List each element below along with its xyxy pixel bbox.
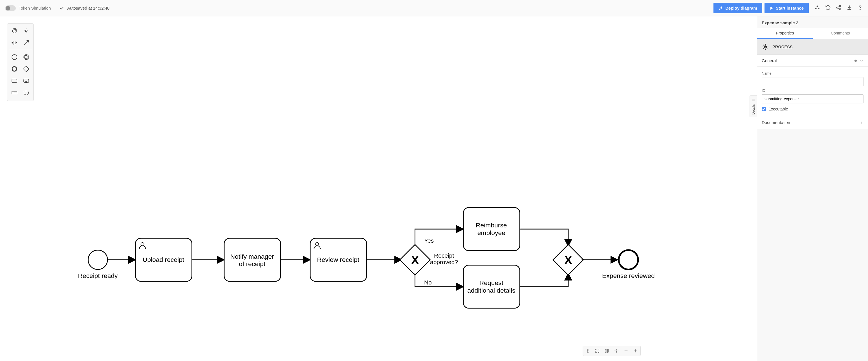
- svg-point-9: [860, 9, 860, 9]
- svg-point-2: [815, 8, 817, 9]
- svg-point-5: [837, 7, 838, 8]
- svg-line-8: [838, 8, 839, 9]
- cluster-icon[interactable]: [814, 5, 820, 11]
- end-event[interactable]: [619, 250, 638, 270]
- token-sim-label: Token Simulation: [19, 6, 51, 10]
- history-icon[interactable]: [825, 5, 831, 11]
- start-instance-button[interactable]: Start instance: [765, 3, 809, 13]
- check-icon: [59, 6, 64, 11]
- properties-panel: Expense sample 2 Properties Comments PRO…: [757, 17, 868, 361]
- zoom-out-button[interactable]: [623, 348, 629, 354]
- documentation-group-header[interactable]: Documentation: [757, 116, 868, 129]
- reset-view-button[interactable]: [585, 348, 591, 354]
- share-icon[interactable]: [836, 5, 841, 11]
- process-section-title: PROCESS: [772, 45, 793, 49]
- flow-yes-label: Yes: [424, 237, 434, 244]
- minimap-button[interactable]: [604, 348, 610, 354]
- executable-checkbox[interactable]: [762, 107, 766, 111]
- flow-no-label: No: [424, 279, 432, 285]
- name-field-label: Name: [762, 71, 864, 76]
- svg-line-7: [838, 6, 839, 7]
- header-icon-group: [814, 5, 863, 11]
- start-event-label: Receipt ready: [78, 272, 118, 279]
- process-icon: [762, 43, 769, 51]
- gateway-split[interactable]: X: [400, 245, 430, 275]
- tab-properties[interactable]: Properties: [757, 28, 813, 39]
- fullscreen-button[interactable]: [594, 348, 600, 354]
- main-area: Receipt ready Upload receipt Notify mana…: [0, 17, 868, 361]
- end-event-label: Expense reviewed: [602, 272, 655, 279]
- documentation-title: Documentation: [762, 120, 860, 125]
- zoom-controls: [583, 346, 641, 356]
- gateway-label-l1: Receipt: [434, 252, 454, 259]
- process-section-header: PROCESS: [757, 39, 868, 55]
- token-sim-toggle[interactable]: [5, 5, 16, 11]
- panel-tabs: Properties Comments: [757, 28, 868, 39]
- bpmn-diagram[interactable]: Receipt ready Upload receipt Notify mana…: [0, 17, 757, 361]
- task-reimburse-l2: employee: [477, 229, 505, 237]
- start-event[interactable]: [88, 250, 108, 270]
- token-sim-toggle-wrap: Token Simulation: [5, 5, 51, 11]
- svg-marker-0: [770, 6, 773, 9]
- svg-point-28: [587, 350, 589, 351]
- task-upload-label: Upload receipt: [143, 256, 184, 263]
- task-reimburse-l1: Reimburse: [476, 221, 507, 229]
- collapse-label: Details: [751, 104, 755, 115]
- task-notify-l2: of receipt: [239, 260, 266, 268]
- gateway-merge[interactable]: X: [553, 245, 584, 275]
- id-field-label: ID: [762, 88, 864, 93]
- task-request-l2: additional details: [467, 287, 515, 294]
- svg-text:X: X: [564, 253, 572, 267]
- executable-row: Executable: [762, 107, 864, 111]
- flow-request-merge[interactable]: [520, 273, 568, 287]
- menu-icon: [751, 98, 755, 102]
- deploy-button-label: Deploy diagram: [725, 6, 757, 10]
- general-group: General Name ID Executable: [757, 55, 868, 116]
- svg-text:X: X: [411, 253, 419, 267]
- task-notify-l1: Notify manager: [230, 253, 274, 260]
- task-review-label: Review receipt: [317, 256, 360, 263]
- svg-point-3: [818, 8, 819, 9]
- deploy-button[interactable]: Deploy diagram: [713, 3, 762, 13]
- center-button[interactable]: [613, 348, 620, 354]
- general-group-header[interactable]: General: [757, 55, 868, 67]
- rocket-icon: [718, 6, 723, 10]
- flow-yes[interactable]: [415, 229, 464, 246]
- chevron-down-icon: [860, 59, 864, 63]
- play-icon: [770, 6, 774, 10]
- svg-point-1: [817, 6, 818, 7]
- help-icon[interactable]: [857, 5, 863, 11]
- general-group-body: Name ID Executable: [757, 67, 868, 116]
- svg-point-4: [839, 5, 841, 7]
- id-field[interactable]: [762, 94, 864, 103]
- executable-label: Executable: [769, 107, 788, 111]
- header-bar: Token Simulation Autosaved at 14:32:48 D…: [0, 0, 868, 17]
- diagram-canvas[interactable]: Receipt ready Upload receipt Notify mana…: [0, 17, 757, 361]
- panel-title: Expense sample 2: [757, 17, 868, 28]
- general-group-title: General: [762, 58, 855, 63]
- gateway-label-l2: approved?: [430, 259, 458, 265]
- svg-point-6: [839, 8, 841, 10]
- task-request-l1: Request: [479, 279, 504, 286]
- download-icon[interactable]: [846, 5, 852, 11]
- start-instance-label: Start instance: [776, 6, 804, 10]
- panel-collapse-handle[interactable]: Details: [749, 95, 757, 117]
- tab-comments[interactable]: Comments: [813, 28, 868, 39]
- flow-no[interactable]: [415, 273, 464, 287]
- chevron-right-icon: [860, 121, 864, 124]
- svg-point-29: [616, 350, 617, 352]
- name-field[interactable]: [762, 77, 864, 86]
- flow-reimburse-merge[interactable]: [520, 229, 568, 246]
- modified-indicator-icon: [855, 60, 857, 62]
- autosave-status: Autosaved at 14:32:48: [59, 6, 110, 11]
- autosave-text: Autosaved at 14:32:48: [67, 6, 110, 10]
- zoom-in-button[interactable]: [632, 348, 639, 354]
